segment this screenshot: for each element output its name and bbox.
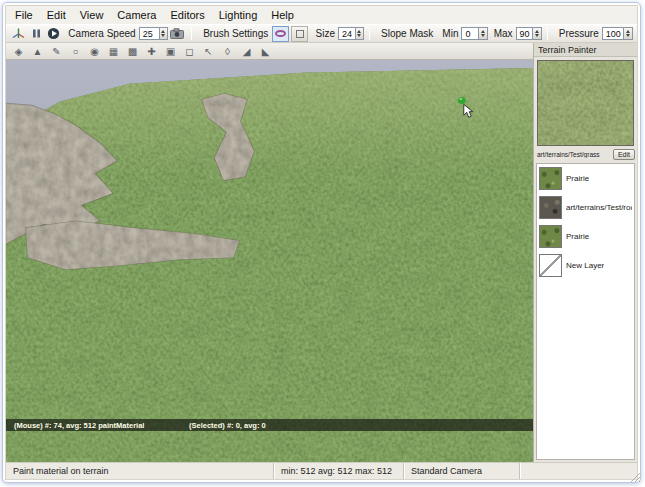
layer-item-prairie-1[interactable]: Prairie (537, 164, 634, 193)
slope-min-input[interactable]: 0 (461, 27, 479, 40)
raise-height-icon: ▲ (33, 46, 43, 57)
pause-button[interactable] (28, 26, 43, 41)
layer-list: Prairie art/terrains/Test/rock Prairie N… (536, 163, 635, 460)
status-height-stats: min: 512 avg: 512 max: 512 (274, 463, 404, 479)
adjust-select-icon: ↖ (204, 46, 212, 57)
material-preview[interactable] (537, 60, 634, 146)
box-brush-button[interactable] (291, 26, 308, 42)
slope-min-label: Min (442, 28, 458, 39)
smooth-height-button[interactable]: ○ (66, 44, 85, 59)
paint-noise-button[interactable]: ◉ (85, 44, 104, 59)
flatten-height-button[interactable]: ▦ (104, 44, 123, 59)
layer-thumbnail-grass (539, 167, 562, 190)
brush-size-spinner[interactable] (356, 27, 365, 40)
axis-gizmo-icon (12, 27, 25, 40)
selected-info-text: (Selected) #: 0, avg: 0 (189, 421, 266, 430)
screenshot-frame: File Edit View Camera Editors Lighting H… (2, 2, 641, 483)
menu-lighting[interactable]: Lighting (212, 7, 265, 23)
ramp-tool-icon: ◢ (243, 46, 251, 57)
clear-empty-button[interactable]: ▣ (161, 44, 180, 59)
smooth-height-icon: ○ (72, 46, 78, 57)
transform-gizmo-icon: ◈ (15, 46, 23, 57)
layer-label: Prairie (566, 174, 589, 183)
camera-speed-label: Camera Speed (68, 28, 135, 39)
terrain-info-overlay: (Mouse) #: 74, avg: 512 paintMaterial (S… (6, 419, 533, 431)
transform-gizmo-button[interactable]: ◈ (9, 44, 28, 59)
resize-grip-icon[interactable] (629, 471, 638, 480)
brush-settings-label: Brush Settings (203, 28, 268, 39)
box-brush-icon (296, 30, 304, 38)
mountain-tool-button[interactable]: ◣ (256, 44, 275, 59)
terrain-viewport[interactable]: (Mouse) #: 74, avg: 512 paintMaterial (S… (6, 60, 533, 462)
layer-label: New Layer (566, 261, 604, 270)
play-button[interactable] (46, 26, 61, 41)
material-preview-texture (538, 61, 633, 145)
ramp-tool-button[interactable]: ◢ (237, 44, 256, 59)
edit-material-button[interactable]: Edit (613, 149, 635, 160)
set-height-button[interactable]: ▩ (123, 44, 142, 59)
slope-max-input[interactable]: 90 (516, 27, 534, 40)
material-path: art/terrains/Test/grass (537, 151, 611, 158)
main-toolbar: Camera Speed 25 Brush Settings Size 24 S… (6, 24, 637, 43)
camera-settings-button[interactable] (169, 26, 185, 41)
mountain-tool-icon: ◣ (262, 46, 270, 57)
layer-item-rock[interactable]: art/terrains/Test/rock (537, 193, 634, 222)
toolbar-separator (369, 27, 370, 40)
toolbar-separator (547, 27, 548, 40)
layer-thumbnail-rock (539, 196, 562, 219)
slope-max-label: Max (494, 28, 513, 39)
ellipse-brush-icon (275, 30, 286, 37)
menu-view[interactable]: View (73, 7, 111, 23)
camera-icon (170, 28, 184, 39)
editor-window: File Edit View Camera Editors Lighting H… (5, 5, 638, 480)
terrain-tools-toolbar: ◈ ▲ ✎ ○ ◉ ▦ ▩ ✚ ▣ ◻ ↖ ◊ ◢ ◣ (6, 43, 533, 60)
pause-icon (31, 28, 42, 39)
menu-bar: File Edit View Camera Editors Lighting H… (6, 6, 637, 24)
layer-label: art/terrains/Test/rock (566, 203, 632, 212)
layer-thumbnail-new (539, 254, 562, 277)
menu-edit[interactable]: Edit (40, 7, 73, 23)
menu-help[interactable]: Help (264, 7, 301, 23)
pressure-input[interactable]: 100 (602, 27, 625, 40)
terrain-painter-panel: Terrain Painter art/terrains/Test/grass … (533, 43, 637, 462)
layer-item-new-layer[interactable]: New Layer (537, 251, 634, 280)
lower-height-button[interactable]: ✎ (47, 44, 66, 59)
axis-gizmo-button[interactable] (11, 26, 26, 41)
slope-max-spinner[interactable] (533, 27, 542, 40)
play-icon (47, 27, 60, 40)
select-terrain-button[interactable]: ◻ (180, 44, 199, 59)
set-empty-button[interactable]: ✚ (142, 44, 161, 59)
set-height-icon: ▩ (128, 46, 137, 57)
layer-thumbnail-grass (539, 225, 562, 248)
raise-height-button[interactable]: ▲ (28, 44, 47, 59)
brush-size-input[interactable]: 24 (338, 27, 356, 40)
status-camera: Standard Camera (404, 463, 520, 479)
layer-item-prairie-2[interactable]: Prairie (537, 222, 634, 251)
set-empty-icon: ✚ (147, 46, 155, 57)
slope-mask-label: Slope Mask (381, 28, 433, 39)
status-spacer (520, 463, 637, 479)
panel-title: Terrain Painter (534, 43, 637, 57)
menu-file[interactable]: File (8, 7, 40, 23)
menu-editors[interactable]: Editors (163, 7, 211, 23)
mouse-info-text: (Mouse) #: 74, avg: 512 paintMaterial (14, 421, 144, 430)
pressure-spinner[interactable] (624, 27, 633, 40)
soft-select-button[interactable]: ◊ (218, 44, 237, 59)
camera-speed-input[interactable]: 25 (139, 27, 160, 40)
ellipse-brush-button[interactable] (272, 26, 289, 42)
adjust-select-button[interactable]: ↖ (199, 44, 218, 59)
main-area: ◈ ▲ ✎ ○ ◉ ▦ ▩ ✚ ▣ ◻ ↖ ◊ ◢ ◣ (6, 43, 637, 462)
viewport-column: ◈ ▲ ✎ ○ ◉ ▦ ▩ ✚ ▣ ◻ ↖ ◊ ◢ ◣ (6, 43, 533, 462)
pressure-label: Pressure (559, 28, 599, 39)
clear-empty-icon: ▣ (166, 46, 175, 57)
material-path-row: art/terrains/Test/grass Edit (534, 149, 637, 161)
camera-speed-spinner[interactable] (160, 27, 169, 40)
lower-height-icon: ✎ (52, 46, 60, 57)
slope-min-spinner[interactable] (479, 27, 488, 40)
paint-noise-icon: ◉ (90, 46, 99, 57)
menu-camera[interactable]: Camera (110, 7, 163, 23)
toolbar-separator (191, 27, 192, 40)
size-label: Size (315, 28, 334, 39)
status-mode: Paint material on terrain (6, 463, 274, 479)
status-bar: Paint material on terrain min: 512 avg: … (6, 462, 637, 479)
